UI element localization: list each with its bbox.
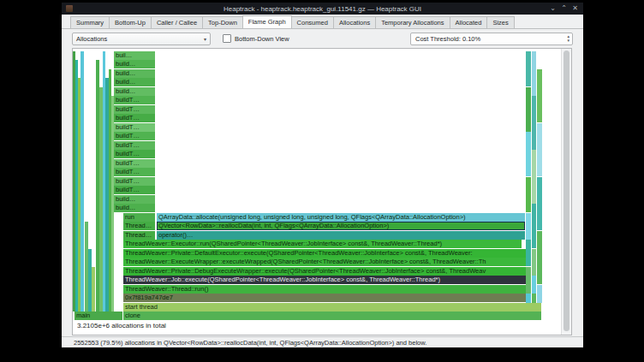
flame-bar[interactable]: QArrayData::allocate(unsigned long, unsi… (157, 213, 525, 222)
flame-bar[interactable]: build… (114, 78, 155, 86)
tab-sizes[interactable]: Sizes (486, 16, 514, 28)
flame-bar[interactable]: build… (114, 60, 155, 68)
flame-bar[interactable]: 0x7f819a747de7 (123, 294, 526, 302)
flame-bar[interactable] (526, 213, 531, 240)
flame-bar[interactable] (526, 51, 531, 87)
flame-canvas: 3.2105e+6 allocations in total mainclone… (73, 49, 561, 335)
tab-top-down[interactable]: Top-Down (202, 16, 243, 28)
spin-arrows: ▴ ▾ (567, 34, 569, 43)
flame-bar[interactable]: main (75, 312, 122, 320)
flame-bar[interactable] (537, 69, 542, 123)
flame-bar[interactable]: ThreadWeaver::Executor::run(QSharedPoint… (123, 240, 522, 248)
flame-bar[interactable] (532, 294, 536, 303)
flame-bar[interactable] (526, 177, 531, 213)
flame-bar[interactable]: ThreadWeaver::Private::DebugExecuteWrapp… (123, 267, 526, 276)
flame-bar[interactable]: buildT… (114, 150, 155, 158)
flame-bar[interactable]: ThreadWeaver::Private::DefaultExecutor::… (123, 249, 526, 258)
cost-threshold-spinbox[interactable]: Cost Threshold: 0.10% ▴ ▾ (410, 33, 573, 45)
flame-bar[interactable] (80, 51, 84, 312)
flame-bar[interactable] (526, 87, 531, 132)
heaptrack-window: Heaptrack - heaptrack.heaptrack_gui.1154… (62, 3, 583, 347)
flame-graph-frame: 3.2105e+6 allocations in total mainclone… (72, 48, 572, 335)
flame-bar[interactable]: ThreadWeaver::ExecuteWrapper::executeWra… (123, 258, 526, 266)
flame-bar[interactable]: buildT… (114, 132, 155, 140)
flame-bar[interactable]: buildT… (114, 186, 155, 194)
flame-bar[interactable]: operator()… (157, 231, 525, 240)
flame-bar[interactable] (532, 150, 536, 204)
app-icon (66, 5, 73, 12)
flame-bar[interactable] (532, 204, 536, 248)
flame-bar[interactable] (537, 123, 542, 177)
chevron-down-icon: ▾ (204, 36, 206, 42)
tab-caller-callee[interactable]: Caller / Callee (151, 16, 203, 28)
flame-bar[interactable] (526, 240, 531, 266)
flame-bar[interactable]: buildT… (114, 96, 155, 104)
total-allocations-label: 3.2105e+6 allocations in total (77, 322, 166, 329)
flame-bar[interactable]: buildT… (114, 177, 155, 186)
flame-bar[interactable] (92, 267, 95, 312)
flame-bar[interactable]: buildT… (114, 105, 155, 114)
flame-bar[interactable]: Thread… (123, 231, 155, 240)
minimize-icon[interactable]: ⌄ (547, 3, 558, 15)
status-text: 2552553 (79.5%) allocations in QVector<R… (74, 339, 426, 347)
flame-bar[interactable] (526, 132, 531, 176)
flame-bar[interactable] (526, 267, 531, 294)
maximize-icon[interactable]: ⌃ (558, 3, 569, 15)
tab-bottom-up[interactable]: Bottom-Up (109, 16, 152, 28)
statusbar: 2552553 (79.5%) allocations in QVector<R… (62, 336, 583, 347)
titlebar: Heaptrack - heaptrack.heaptrack_gui.1154… (62, 3, 583, 15)
flame-bar[interactable]: clone (123, 312, 541, 320)
flame-bar[interactable]: buildT… (114, 159, 155, 168)
flame-bar[interactable]: ThreadWeaver::Job::execute(QSharedPointe… (123, 276, 526, 284)
tab-allocated[interactable]: Allocated (450, 16, 488, 28)
flame-bar[interactable] (532, 276, 536, 294)
flame-bar[interactable] (532, 96, 536, 150)
bottom-down-view-checkbox[interactable]: Bottom-Down View (223, 34, 289, 43)
allocations-combobox[interactable]: Allocations ▾ (72, 33, 211, 45)
flame-bar[interactable]: buildT… (114, 168, 155, 176)
tabbar: SummaryBottom-UpCaller / CalleeTop-DownF… (62, 15, 583, 29)
flame-bar[interactable] (537, 177, 542, 231)
flame-bar[interactable]: start thread (123, 303, 541, 312)
flame-bar[interactable]: build… (114, 69, 155, 78)
flame-bar[interactable]: ThreadWeaver::Thread::run() (123, 285, 526, 294)
window-controls: ⌄ ⌃ ✕ (547, 3, 581, 15)
combobox-value: Allocations (76, 35, 107, 43)
flame-bar[interactable]: run (123, 213, 155, 222)
flame-bar[interactable]: build… (114, 195, 155, 204)
flame-bar[interactable]: buildT… (114, 114, 155, 122)
flame-bar[interactable] (537, 231, 542, 285)
scrollbar-thumb[interactable] (564, 50, 569, 331)
checkbox-box[interactable] (223, 34, 231, 43)
tab-allocations[interactable]: Allocations (333, 16, 376, 28)
vertical-scrollbar[interactable] (561, 49, 571, 335)
spin-down-icon[interactable]: ▾ (567, 39, 569, 43)
flame-bar[interactable]: QVector<RowData>::reallocData(int, int, … (157, 222, 525, 230)
tab-summary[interactable]: Summary (70, 16, 110, 28)
flame-bar[interactable] (532, 51, 536, 96)
flame-bar[interactable] (526, 294, 531, 303)
window-title: Heaptrack - heaptrack.heaptrack_gui.1154… (224, 5, 421, 13)
flame-bar[interactable] (532, 249, 536, 276)
toolbar: Allocations ▾ Bottom-Down View Cost Thre… (62, 29, 583, 48)
flame-bar[interactable]: buildT… (114, 123, 155, 132)
flame-bar[interactable]: buildT… (114, 141, 155, 150)
flame-bar[interactable]: build… (114, 87, 155, 96)
flame-bar[interactable] (537, 285, 542, 303)
close-icon[interactable]: ✕ (569, 3, 581, 15)
checkbox-label: Bottom-Down View (235, 35, 289, 43)
tab-consumed[interactable]: Consumed (291, 16, 334, 28)
flame-bar[interactable]: buil… (114, 51, 155, 60)
cost-threshold-value: Cost Threshold: 0.10% (415, 35, 480, 43)
flame-bar[interactable]: Thread… (123, 222, 155, 230)
flame-bar[interactable]: build… (114, 204, 155, 212)
tab-flame-graph[interactable]: Flame Graph (242, 15, 292, 28)
tab-temporary-allocations[interactable]: Temporary Allocations (375, 16, 450, 28)
